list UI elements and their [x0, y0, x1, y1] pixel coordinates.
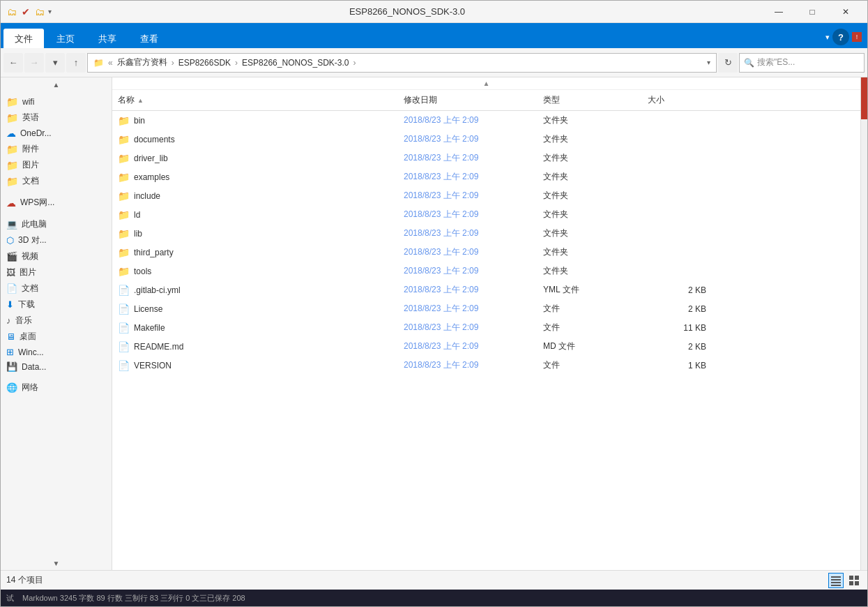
sidebar-item-docs2[interactable]: 📄 文档 [1, 280, 112, 297]
sidebar-scroll-up[interactable]: ▲ [1, 77, 112, 91]
status-right [828, 573, 862, 588]
file-row-readme[interactable]: 📄 README.md 2018/8/23 上午 2:09 MD 文件 2 KB [112, 337, 860, 356]
sidebar-item-network[interactable]: 🌐 网络 [1, 380, 112, 396]
address-box[interactable]: 📁 « 乐鑫官方资料 › ESP8266SDK › ESP8266_NONOS_… [87, 53, 717, 73]
sidebar-item-windows[interactable]: ⊞ Winc... [1, 345, 112, 359]
address-dropdown-icon[interactable]: ▾ [707, 59, 710, 66]
breadcrumb-part-0[interactable]: 乐鑫官方资料 [117, 57, 167, 68]
ribbon-right: ▾ ? ! [825, 29, 865, 48]
file-row-version[interactable]: 📄 VERSION 2018/8/23 上午 2:09 文件 1 KB [112, 356, 860, 375]
file-type: 文件夹 [538, 149, 642, 167]
sidebar-item-wifi[interactable]: 📁 wifi [1, 94, 112, 110]
col-header-size[interactable]: 大小 [642, 90, 712, 110]
file-row-license[interactable]: 📄 License 2018/8/23 上午 2:09 文件 2 KB [112, 299, 860, 318]
svg-rect-3 [831, 585, 841, 586]
file-type: MD 文件 [538, 337, 642, 356]
dropdown-history-button[interactable]: ▾ [45, 53, 65, 73]
file-row-lib[interactable]: 📁 lib 2018/8/23 上午 2:09 文件夹 [112, 224, 860, 243]
sidebar-item-videos[interactable]: 🎬 视频 [1, 248, 112, 264]
ribbon-tabs: 文件 主页 共享 查看 ▾ ? ! [1, 23, 867, 48]
maximize-button[interactable]: □ [796, 1, 828, 23]
sidebar-item-data[interactable]: 💾 Data... [1, 359, 112, 374]
file-type: 文件 [538, 299, 642, 318]
folder-icon: 📁 [118, 172, 130, 183]
tab-file[interactable]: 文件 [3, 29, 44, 48]
sidebar-scroll: 📁 wifi 📁 英语 ☁ OneDr... 📁 附件 📁 图片 [1, 91, 112, 556]
sidebar-item-music[interactable]: ♪ 音乐 [1, 313, 112, 329]
tab-view[interactable]: 查看 [129, 29, 169, 48]
sidebar-item-wps[interactable]: ☁ WPS网... [1, 195, 112, 211]
sidebar-item-pictures2[interactable]: 🖼 图片 [1, 264, 112, 280]
file-type: YML 文件 [538, 280, 642, 299]
svg-rect-4 [849, 576, 853, 580]
close-button[interactable]: ✕ [830, 1, 862, 23]
sidebar-item-attachment[interactable]: 📁 附件 [1, 141, 112, 157]
sidebar-item-documents[interactable]: 📁 文档 [1, 173, 112, 189]
view-icons-button[interactable] [846, 573, 862, 588]
window-controls: — □ ✕ [763, 1, 862, 23]
file-row-third-party[interactable]: 📁 third_party 2018/8/23 上午 2:09 文件夹 [112, 243, 860, 262]
file-icon: 📄 [118, 360, 130, 371]
sidebar-scroll-down[interactable]: ▼ [1, 556, 112, 570]
svg-rect-6 [849, 581, 853, 585]
refresh-button[interactable]: ↻ [718, 53, 738, 73]
sidebar-item-label: 音乐 [15, 315, 32, 327]
file-name: VERSION [134, 361, 172, 370]
file-type: 文件夹 [538, 186, 642, 205]
sidebar-item-onedrive[interactable]: ☁ OneDr... [1, 126, 112, 141]
file-date: 2018/8/23 上午 2:09 [398, 243, 538, 262]
up-button[interactable]: ↑ [66, 53, 86, 73]
folder-icon: 📁 [118, 190, 130, 202]
col-header-type[interactable]: 类型 [538, 90, 642, 110]
file-row-bin[interactable]: 📁 bin 2018/8/23 上午 2:09 文件夹 [112, 111, 860, 130]
sidebar-item-3d[interactable]: ⬡ 3D 对... [1, 232, 112, 248]
sidebar-item-english[interactable]: 📁 英语 [1, 110, 112, 126]
breadcrumb-part-1[interactable]: ESP8266SDK [178, 58, 231, 68]
file-type: 文件夹 [538, 130, 642, 149]
sidebar-item-downloads[interactable]: ⬇ 下载 [1, 297, 112, 313]
icons-view-icon [848, 575, 860, 586]
file-type: 文件夹 [538, 167, 642, 186]
tab-share[interactable]: 共享 [87, 29, 128, 48]
file-date: 2018/8/23 上午 2:09 [398, 149, 538, 167]
sidebar-item-desktop[interactable]: 🖥 桌面 [1, 329, 112, 345]
file-type: 文件 [538, 356, 642, 375]
folder-icon: 📁 [118, 115, 130, 126]
view-details-button[interactable] [828, 573, 844, 588]
file-row-include[interactable]: 📁 include 2018/8/23 上午 2:09 文件夹 [112, 186, 860, 205]
music-icon: ♪ [6, 315, 11, 326]
sidebar-item-this-pc[interactable]: 💻 此电脑 [1, 216, 112, 232]
sidebar-item-label: 桌面 [20, 331, 36, 343]
minimize-button[interactable]: — [763, 1, 795, 23]
sidebar-item-label: 3D 对... [18, 234, 47, 246]
file-row-examples[interactable]: 📁 examples 2018/8/23 上午 2:09 文件夹 [112, 167, 860, 186]
file-date: 2018/8/23 上午 2:09 [398, 186, 538, 205]
sidebar-item-pictures[interactable]: 📁 图片 [1, 157, 112, 173]
back-button[interactable]: ← [3, 53, 23, 73]
download-icon: ⬇ [6, 299, 14, 310]
file-date: 2018/8/23 上午 2:09 [398, 280, 538, 299]
file-row-tools[interactable]: 📁 tools 2018/8/23 上午 2:09 文件夹 [112, 262, 860, 280]
file-size [642, 211, 712, 218]
tab-home[interactable]: 主页 [45, 29, 86, 48]
breadcrumb-part-2[interactable]: ESP8266_NONOS_SDK-3.0 [242, 58, 349, 68]
help-button[interactable]: ? [832, 29, 849, 45]
computer-icon: 💻 [6, 219, 17, 230]
file-row-ld[interactable]: 📁 ld 2018/8/23 上午 2:09 文件夹 [112, 205, 860, 224]
svg-rect-0 [831, 576, 841, 578]
file-row-makefile[interactable]: 📄 Makefile 2018/8/23 上午 2:09 文件 11 KB [112, 318, 860, 337]
picture-icon: 🖼 [6, 267, 15, 278]
app-icon-2: ✔ [20, 6, 31, 17]
sort-asc-icon: ▲ [137, 97, 144, 104]
col-header-date[interactable]: 修改日期 [398, 90, 538, 110]
forward-button[interactable]: → [24, 53, 44, 73]
file-date: 2018/8/23 上午 2:09 [398, 337, 538, 356]
col-header-name[interactable]: 名称 ▲ [112, 90, 398, 110]
file-row-gitlab-ci[interactable]: 📄 .gitlab-ci.yml 2018/8/23 上午 2:09 YML 文… [112, 280, 860, 299]
file-row-documents[interactable]: 📁 documents 2018/8/23 上午 2:09 文件夹 [112, 130, 860, 149]
search-box[interactable]: 🔍 搜索"ES... [739, 53, 865, 73]
file-row-driver-lib[interactable]: 📁 driver_lib 2018/8/23 上午 2:09 文件夹 [112, 149, 860, 167]
right-edge-bar [860, 77, 867, 570]
folder-icon: 📁 [6, 144, 18, 155]
taskbar-center-text: Markdown 3245 字数 89 行数 三制行 83 三列行 0 文三已保… [22, 593, 245, 604]
